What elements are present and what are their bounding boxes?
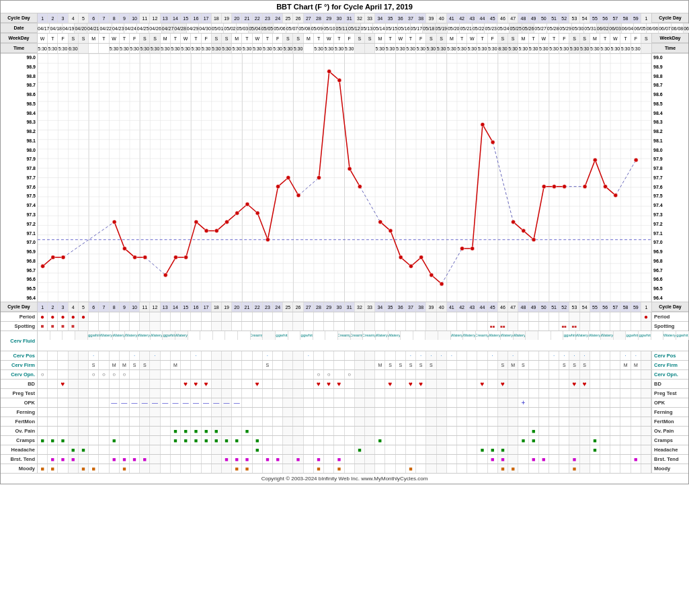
cell-date-row-18: 05/05 [261, 24, 274, 33]
data-cell-cerv-opn-cells-20 [242, 370, 252, 379]
data-cell-headache-cells-22 [263, 445, 273, 454]
data-cell-fertmon-cells-39 [437, 417, 447, 426]
data-cell-moody-cells-52: ■ [569, 464, 579, 473]
data-cell-cerv-pos-cells-37: · [416, 351, 426, 360]
cell-weekday-row-34: T [385, 34, 395, 43]
data-cell-brst-tend-cells-7: ■ [110, 455, 120, 464]
cell-time-row-16: 5:30 [202, 44, 212, 53]
data-cell-bd-cells-5 [89, 380, 99, 388]
data-cell-period-cells-11 [150, 312, 160, 321]
data-cell-bd-cells-35 [396, 380, 406, 388]
bd-row: BD ♥♥♥♥♥♥♥♥♥♥♥♥♥♥♥ BD [1, 380, 688, 389]
data-cell-headache-cells-37 [416, 445, 426, 454]
data-cell-brst-tend-cells-22: ■ [263, 455, 273, 464]
data-cell-ov-pain-cells-40 [447, 427, 457, 435]
cell-date-row-33: 05/20 [448, 24, 460, 33]
data-cell-cerv-firm-cells-44 [488, 361, 498, 369]
data-cell-moody-cells-27: ■ [314, 464, 324, 473]
data-cell-period-cells-1: ● [48, 312, 58, 321]
data-cell-bd-cells-51 [559, 380, 569, 388]
data-cell-fertmon-cells-12 [161, 417, 171, 426]
data-cell-cerv-pos-cells-50: · [549, 351, 559, 360]
data-cell-cerv-firm-cells-22: S [263, 361, 273, 369]
data-cell-fertmon-cells-34 [385, 417, 395, 426]
cell-date-row-34: 05/21 [460, 24, 472, 33]
cerv-pos-label-right: Cerv Pos [651, 351, 688, 360]
cell-date-row-1: 04/18 [50, 24, 62, 33]
data-cell-spotting-cells-53 [580, 322, 590, 331]
data-cell-cramps-cells-27 [314, 436, 324, 445]
svg-point-155 [286, 176, 290, 180]
data-cell-fertmon-cells-32 [365, 417, 375, 426]
data-cell-ov-pain-cells-29 [334, 427, 344, 435]
cell-cycle-day-row-42: 43 [467, 13, 477, 23]
data-cell-brst-tend-cells-11 [150, 455, 160, 464]
cell-date-row-45: 06/02 [597, 24, 609, 33]
data-cell-period-cells-33 [375, 312, 385, 321]
temp-labels-right: 99.098.998.898.798.698.598.498.398.298.1… [651, 54, 688, 302]
cell-cycle-day-bottom-row-21: 22 [253, 302, 263, 312]
cell-time-row-1: 5:30 [48, 44, 58, 53]
cell-cycle-day-bottom-row-58: 59 [631, 302, 641, 312]
svg-line-114 [360, 187, 380, 222]
cell-cycle-day-row-30: 31 [345, 13, 355, 23]
data-cell-cerv-fluid-cells-25: Creamy [351, 331, 364, 340]
data-cell-brst-tend-cells-3: ■ [69, 455, 79, 464]
data-cell-headache-cells-11 [150, 445, 160, 454]
temp-label-left-97.4: 97.4 [2, 203, 36, 208]
ferning-label-right: Ferning [651, 408, 688, 416]
data-cell-cerv-pos-cells-16 [202, 351, 212, 360]
data-cell-ov-pain-cells-25 [293, 427, 303, 435]
svg-point-160 [348, 167, 352, 171]
data-cell-period-cells-34 [385, 312, 395, 321]
data-cell-preg-test-cells-11 [150, 389, 160, 398]
data-cell-fertmon-cells-19 [232, 417, 242, 426]
cycle-day-cells: 1234567891011121314151617181920212223242… [38, 13, 651, 23]
cell-date-row-37: 05/24 [497, 24, 510, 33]
data-cell-period-cells-47 [518, 312, 528, 321]
cell-cycle-day-row-21: 22 [253, 13, 263, 23]
cell-cycle-day-row-13: 14 [171, 13, 181, 23]
data-cell-headache-cells-36 [406, 445, 416, 454]
cell-weekday-row-30: F [345, 34, 355, 43]
data-cell-preg-test-cells-30 [345, 389, 355, 398]
data-cell-cerv-pos-cells-14 [181, 351, 191, 360]
data-cell-headache-cells-21: ■ [253, 445, 263, 454]
cell-date-row-8: 04/25 [137, 24, 149, 33]
cell-date-row-43: 05/30 [572, 24, 584, 33]
data-cell-ferning-cells-9 [130, 408, 140, 416]
cell-cycle-day-row-35: 36 [396, 13, 406, 23]
data-cell-spotting-cells-22 [263, 322, 273, 331]
data-cell-moody-cells-56 [610, 464, 620, 473]
svg-point-166 [419, 255, 423, 259]
data-cell-cerv-opn-cells-44 [488, 370, 498, 379]
cell-time-row-2: 5:30 [58, 44, 68, 53]
cell-weekday-row-8: T [120, 34, 130, 43]
cell-cycle-day-bottom-row-35: 36 [396, 302, 406, 312]
data-cell-ferning-cells-18 [222, 408, 232, 416]
data-cell-moody-cells-10 [140, 464, 150, 473]
data-cell-spotting-cells-48 [529, 322, 539, 331]
data-cell-ferning-cells-21 [253, 408, 263, 416]
data-cell-headache-cells-54: ■ [590, 445, 600, 454]
data-cell-moody-cells-9 [130, 464, 140, 473]
cell-weekday-row-50: T [549, 34, 559, 43]
data-cell-period-cells-7 [110, 312, 120, 321]
data-cell-cerv-opn-cells-40 [447, 370, 457, 379]
data-cell-cerv-pos-cells-57: · [620, 351, 631, 360]
cell-time-row-22: 5:30 [263, 44, 273, 53]
data-cell-headache-cells-52 [569, 445, 579, 454]
data-cell-preg-test-cells-20 [242, 389, 252, 398]
data-cell-brst-tend-cells-1: ■ [48, 455, 58, 464]
data-cell-brst-tend-cells-34 [385, 455, 395, 464]
moody-label-right: Moody [651, 464, 688, 473]
data-cell-opk-cells-8: — [120, 398, 130, 407]
cell-cycle-day-bottom-row-15: 16 [191, 302, 201, 312]
data-cell-cerv-pos-cells-35 [396, 351, 406, 360]
data-cell-cerv-opn-cells-49 [539, 370, 549, 379]
data-cell-period-cells-22 [263, 312, 273, 321]
cell-cycle-day-bottom-row-20: 21 [242, 302, 252, 312]
data-cell-spotting-cells-46 [508, 322, 518, 331]
cell-time-row-42: 5:30 [467, 44, 477, 53]
data-cell-headache-cells-20 [242, 445, 252, 454]
